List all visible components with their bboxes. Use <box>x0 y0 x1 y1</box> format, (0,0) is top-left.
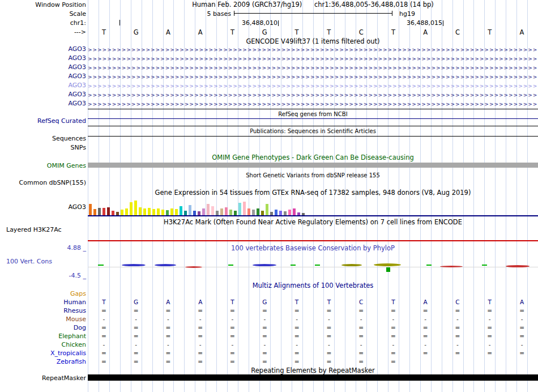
repeatmasker-track-title[interactable]: Repeating Elements by RepeatMasker <box>88 367 538 375</box>
phylop-track-title[interactable]: 100 vertebrates Basewise Conservation by… <box>88 244 538 253</box>
gencode-transcript-arrows[interactable]: >>>>>>>>>>>>>>>>>>>>>>>>>>>>>>>>>>>>>>>>… <box>88 63 538 73</box>
refseq-track-line[interactable] <box>88 118 538 119</box>
gtex-gene-label[interactable]: AGO3 <box>0 203 86 211</box>
gtex-tissue-bar[interactable] <box>238 203 241 215</box>
gtex-tissue-bar[interactable] <box>225 207 228 215</box>
gtex-tissue-bar[interactable] <box>170 208 173 215</box>
gtex-tissue-bar[interactable] <box>180 206 182 215</box>
phylop-mark <box>155 264 176 266</box>
gtex-tissue-bar[interactable] <box>184 211 187 215</box>
ruler-base: A <box>184 28 216 37</box>
gtex-tissue-bar[interactable] <box>98 208 101 215</box>
multiz-alignment-row[interactable]: -------------- <box>88 315 538 323</box>
gtex-tissue-bar[interactable] <box>134 201 137 215</box>
refseq-track-title[interactable]: RefSeq genes from NCBI <box>88 110 538 118</box>
gencode-transcript-label[interactable]: AGO3 <box>0 100 86 108</box>
gtex-tissue-bar[interactable] <box>161 210 164 215</box>
ruler-base: T <box>473 28 506 37</box>
gtex-tissue-bar[interactable] <box>284 211 287 215</box>
multiz-cell: - <box>216 340 249 349</box>
h3k27ac-track-title[interactable]: H3K27Ac Mark (Often Found Near Active Re… <box>88 218 538 227</box>
multiz-cell: = <box>377 357 409 366</box>
gtex-tissue-bar[interactable] <box>266 204 268 215</box>
coordinate-major-2[interactable]: 36,488,015 <box>407 19 443 27</box>
gencode-transcript-label[interactable]: AGO3 <box>0 63 86 71</box>
gtex-tissue-bar[interactable] <box>193 211 196 215</box>
multiz-alignment-row[interactable]: -------------- <box>88 340 538 349</box>
phylop-mark <box>291 265 296 266</box>
gtex-tissue-bar[interactable] <box>252 210 255 215</box>
gtex-tissue-bar[interactable] <box>257 208 259 215</box>
gtex-tissue-bar[interactable] <box>247 208 250 215</box>
gencode-transcript-arrows[interactable]: >>>>>>>>>>>>>>>>>>>>>>>>>>>>>>>>>>>>>>>>… <box>88 82 538 91</box>
multiz-cell: - <box>442 340 474 349</box>
gencode-transcript-arrows[interactable]: >>>>>>>>>>>>>>>>>>>>>>>>>>>>>>>>>>>>>>>>… <box>88 91 538 100</box>
gtex-tissue-bar[interactable] <box>152 209 155 215</box>
publications-track-line[interactable] <box>88 136 538 137</box>
dbsnp-track-title[interactable]: Short Genetic Variants from dbSNP releas… <box>88 171 538 180</box>
multiz-cell: = <box>345 323 377 332</box>
gencode-transcript-label[interactable]: AGO3 <box>0 82 86 90</box>
gtex-tissue-bar[interactable] <box>234 211 237 215</box>
gtex-tissue-bar[interactable] <box>175 209 178 215</box>
gtex-tissue-bar[interactable] <box>220 208 223 215</box>
gencode-transcript-label[interactable]: AGO3 <box>0 91 86 99</box>
multiz-alignment-row[interactable]: TGAATGTTCTACTA <box>88 298 538 306</box>
gtex-tissue-bar[interactable] <box>261 211 264 215</box>
multiz-cell: C <box>442 298 474 306</box>
gencode-transcript-label[interactable]: AGO3 <box>0 45 86 53</box>
multiz-alignment-row[interactable] <box>88 289 538 298</box>
gtex-tissue-bar[interactable] <box>293 208 296 215</box>
gtex-tissue-bar[interactable] <box>89 204 92 215</box>
gtex-tissue-bar[interactable] <box>121 210 123 215</box>
gtex-tissue-bar[interactable] <box>229 210 232 215</box>
gencode-transcript-arrows[interactable]: >>>>>>>>>>>>>>>>>>>>>>>>>>>>>>>>>>>>>>>>… <box>88 45 538 54</box>
gtex-tissue-bar[interactable] <box>130 202 133 215</box>
repeatmasker-element-bar[interactable] <box>88 374 538 381</box>
gtex-tissue-bar[interactable] <box>93 209 96 215</box>
publications-track-title[interactable]: Publications: Sequences in Scientific Ar… <box>88 127 538 135</box>
gtex-tissue-bar[interactable] <box>148 208 151 215</box>
coordinate-major-1[interactable]: 36,488,010 <box>242 19 279 27</box>
gtex-tissue-bar[interactable] <box>211 206 214 215</box>
gtex-tissue-bar[interactable] <box>143 208 146 215</box>
gencode-transcript-label[interactable]: AGO3 <box>0 73 86 80</box>
gtex-tissue-bar[interactable] <box>157 208 160 215</box>
omim-gene-bar[interactable] <box>88 163 538 168</box>
phylop-wiggle[interactable] <box>88 252 538 278</box>
gencode-transcript-label[interactable]: AGO3 <box>0 54 86 62</box>
multiz-alignment-row[interactable]: ============== <box>88 332 538 340</box>
multiz-alignment-row[interactable]: ============== <box>88 349 538 357</box>
ruler-base-row[interactable]: TGAATGTTCTACTA <box>88 28 538 37</box>
gtex-tissue-bar[interactable] <box>279 211 282 215</box>
multiz-track-title[interactable]: Multiz Alignments of 100 Vertebrates <box>88 282 538 290</box>
gtex-tissue-bar[interactable] <box>189 205 191 215</box>
h3k27ac-signal-line[interactable] <box>88 240 538 241</box>
multiz-alignment-row[interactable]: ========== <box>88 357 538 366</box>
gencode-transcript-arrows[interactable]: >>>>>>>>>>>>>>>>>>>>>>>>>>>>>>>>>>>>>>>>… <box>88 73 538 82</box>
gtex-bar-chart[interactable] <box>88 199 538 215</box>
gencode-transcript-arrows[interactable]: >>>>>>>>>>>>>>>>>>>>>>>>>>>>>>>>>>>>>>>>… <box>88 100 538 109</box>
gtex-tissue-bar[interactable] <box>275 210 277 215</box>
gtex-tissue-bar[interactable] <box>139 207 142 215</box>
gtex-tissue-bar[interactable] <box>207 204 210 215</box>
gtex-tissue-bar[interactable] <box>166 210 169 215</box>
gtex-tissue-bar[interactable] <box>288 210 291 215</box>
multiz-alignment-row[interactable]: ============== <box>88 306 538 315</box>
gtex-tissue-bar[interactable] <box>125 208 128 215</box>
omim-track-title[interactable]: OMIM Gene Phenotypes - Dark Green Can Be… <box>88 154 538 162</box>
gtex-tissue-bar[interactable] <box>103 208 105 215</box>
gencode-track-title[interactable]: GENCODE V49lift37 (1 items filtered out) <box>88 37 538 46</box>
multiz-alignment-row[interactable]: ============== <box>88 323 538 332</box>
gtex-tissue-bar[interactable] <box>107 207 110 215</box>
gtex-tissue-bar[interactable] <box>198 211 200 215</box>
gtex-tissue-bar[interactable] <box>202 208 205 215</box>
gencode-transcript-arrows[interactable]: >>>>>>>>>>>>>>>>>>>>>>>>>>>>>>>>>>>>>>>>… <box>88 54 538 63</box>
gtex-tissue-bar[interactable] <box>216 211 219 215</box>
multiz-cell: - <box>88 315 120 323</box>
gtex-tissue-bar[interactable] <box>243 202 246 215</box>
multiz-cell <box>409 357 442 366</box>
gtex-track-title[interactable]: Gene Expression in 54 tissues from GTEx … <box>88 189 538 197</box>
ruler-base: T <box>377 28 409 37</box>
gtex-tissue-bar[interactable] <box>112 211 114 215</box>
